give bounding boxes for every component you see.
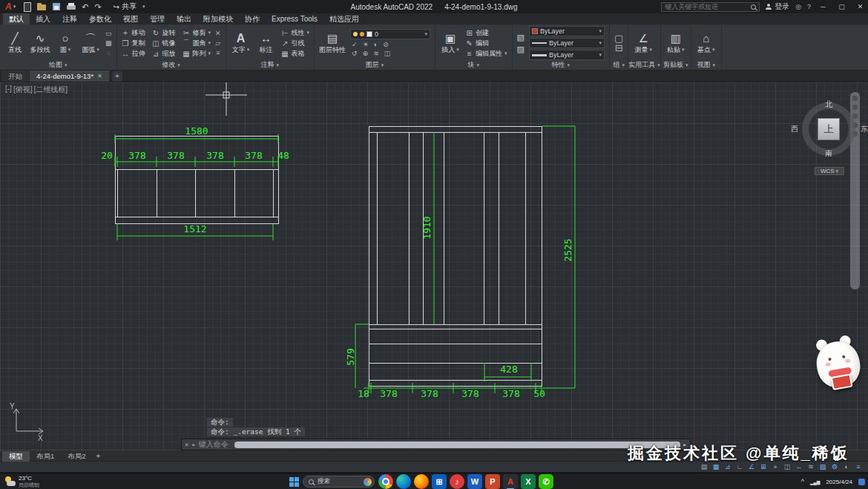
view-cube-top-face[interactable]: 上 xyxy=(818,118,840,140)
qat-customize-icon[interactable]: ▾ xyxy=(142,4,145,10)
autocad-icon[interactable]: A xyxy=(503,474,518,489)
navigation-wheel-icon[interactable] xyxy=(852,96,858,101)
measure-tool[interactable]: ∠ 测量▾ xyxy=(633,32,654,55)
layout-tab-布局2[interactable]: 布局2 xyxy=(61,451,92,462)
layer-tool-icon[interactable]: ◐ xyxy=(374,41,378,48)
linetype-selector[interactable]: ByLayer ▾ xyxy=(529,38,605,48)
ribbon-tab-协作[interactable]: 协作 xyxy=(239,13,266,24)
compass-west[interactable]: 西 xyxy=(791,124,798,134)
command-scrollbar[interactable] xyxy=(234,442,680,448)
group-icon[interactable]: ▢ xyxy=(614,34,623,42)
close-button[interactable]: ✕ xyxy=(854,0,867,13)
open-file-icon[interactable] xyxy=(37,2,46,11)
new-tab-button[interactable]: + xyxy=(112,71,122,82)
scale-tool[interactable]: ⊿缩放 xyxy=(152,49,176,59)
block-panel-footer[interactable]: 块▾ xyxy=(435,60,512,70)
undo-icon[interactable]: ↶ xyxy=(82,2,88,11)
layer-tool-icon[interactable]: ⊕ xyxy=(363,50,369,57)
ribbon-tab-精选应用[interactable]: 精选应用 xyxy=(323,13,365,24)
compass-north[interactable]: 北 xyxy=(825,99,832,110)
layer-tool-icon[interactable]: ⊘ xyxy=(383,41,389,48)
modify-extra-tools[interactable]: ✕ ▱ ≡ xyxy=(215,30,221,57)
copy-tool[interactable]: ❐复制 xyxy=(122,39,145,48)
chevron-down-icon[interactable]: ▾ xyxy=(599,28,602,34)
new-file-icon[interactable] xyxy=(22,2,31,11)
firefox-icon[interactable] xyxy=(414,474,429,489)
word-icon[interactable]: W xyxy=(467,474,482,489)
network-icon[interactable]: ▂▄▆ xyxy=(810,479,820,485)
store-icon[interactable]: ⊞ xyxy=(432,474,447,489)
share-button[interactable]: ↪ 共享 xyxy=(114,1,137,12)
new-layout-button[interactable]: + xyxy=(96,452,101,460)
viewport-view-control[interactable]: [俯视] xyxy=(13,85,33,95)
powerpoint-icon[interactable]: P xyxy=(485,474,500,489)
match-properties-icon[interactable]: ▧ xyxy=(517,33,525,42)
redo-icon[interactable]: ↷ xyxy=(94,2,101,11)
layout-tab-模型[interactable]: 模型 xyxy=(2,451,30,462)
command-input-bar[interactable]: ✕ ▸ 键入命令 ▸ xyxy=(181,439,691,450)
document-tab[interactable]: 4-24-demo1-9-13* ✕ xyxy=(30,70,109,82)
modify-panel-footer[interactable]: 修改▾ xyxy=(117,60,226,70)
ribbon-tab-视图[interactable]: 视图 xyxy=(117,13,144,24)
line-tool[interactable]: ╱ 直线 xyxy=(4,32,25,55)
text-tool[interactable]: A 文字▾ xyxy=(231,32,251,55)
taskbar-search[interactable]: 搜索 xyxy=(303,476,375,488)
explode-icon[interactable]: ▱ xyxy=(215,39,221,47)
music-icon[interactable]: ♪ xyxy=(450,474,464,489)
status-icon-14[interactable]: ≡ xyxy=(853,462,864,471)
draw-panel-footer[interactable]: 绘图▾ xyxy=(0,60,116,70)
erase-icon[interactable]: ✕ xyxy=(215,30,221,38)
search-icon[interactable] xyxy=(751,4,756,10)
trim-tool[interactable]: ✂修剪▾ xyxy=(183,28,211,38)
view-cube[interactable]: 北 南 西 东 上 WCS ▾ xyxy=(800,101,857,157)
command-input[interactable]: 键入命令 xyxy=(199,439,228,450)
start-button[interactable] xyxy=(289,477,299,487)
clipboard-panel-footer[interactable]: 剪贴板▾ xyxy=(661,60,691,70)
view-panel-footer[interactable]: 视图▾ xyxy=(691,60,721,70)
drawing-view[interactable]: 1580 20 378 378 378 378 48 1512 xyxy=(0,82,868,451)
chevron-down-icon[interactable]: ▾ xyxy=(599,40,602,46)
chevron-down-icon[interactable]: ▾ xyxy=(425,31,428,37)
draw-extra-tools[interactable]: ▭ ▩ ◌ xyxy=(105,30,112,57)
fillet-tool[interactable]: ⌒圆角▾ xyxy=(183,39,211,48)
maximize-button[interactable]: ▢ xyxy=(835,0,848,13)
array-tool[interactable]: ▦阵列▾ xyxy=(183,49,211,59)
model-space-canvas[interactable]: [-] [俯视] [二维线框] xyxy=(0,82,868,451)
layer-tool-icon[interactable]: ↺ xyxy=(352,50,358,57)
table-tool[interactable]: ▦表格 xyxy=(281,49,310,59)
notification-icon[interactable] xyxy=(858,479,865,485)
layer-tools-row-2[interactable]: ↺ ⊕ ≋ ◫ xyxy=(350,50,430,57)
stretch-tool[interactable]: ↔拉伸 xyxy=(122,49,145,59)
insert-block-tool[interactable]: ▣ 插入▾ xyxy=(440,32,461,55)
ungroup-icon[interactable]: ⊟ xyxy=(614,44,623,52)
viewport-style-control[interactable]: [二维线框] xyxy=(33,85,68,95)
linear-dimension-tool[interactable]: ⊢线性▾ xyxy=(281,28,310,38)
wcs-selector[interactable]: WCS ▾ xyxy=(815,167,844,175)
search-input[interactable] xyxy=(665,3,748,10)
viewport-menu-control[interactable]: [-] xyxy=(5,85,12,95)
front-view-geometry[interactable] xyxy=(369,127,542,387)
paste-tool[interactable]: ▥ 粘贴▾ xyxy=(665,32,686,55)
object-color-selector[interactable]: ByLayer ▾ xyxy=(529,26,605,36)
ribbon-tab-默认[interactable]: 默认 xyxy=(3,13,30,24)
plot-icon[interactable] xyxy=(67,2,76,11)
layer-tool-icon[interactable]: ≋ xyxy=(373,50,379,57)
app-menu-button[interactable]: A ▾ xyxy=(0,2,21,11)
weather-widget[interactable]: 23°C 局部晴朗 xyxy=(4,475,39,488)
arc-tool[interactable]: ⌒ 圆弧▾ xyxy=(80,32,101,55)
minimize-button[interactable]: ─ xyxy=(817,0,829,13)
properties-palette-icon[interactable]: ▨ xyxy=(517,45,525,54)
save-icon[interactable] xyxy=(52,2,61,11)
properties-panel-footer[interactable]: 特性▾ xyxy=(513,60,609,70)
layout-tab-布局1[interactable]: 布局1 xyxy=(30,451,61,462)
leader-tool[interactable]: ↗引线 xyxy=(281,39,310,48)
start-tab[interactable]: 开始 xyxy=(1,70,29,82)
base-view-tool[interactable]: ⌂ 基点▾ xyxy=(696,32,717,55)
ribbon-tab-附加模块[interactable]: 附加模块 xyxy=(197,13,239,24)
wechat-icon[interactable]: ✆ xyxy=(539,474,553,489)
layer-tools-row-1[interactable]: ✓ ☀ ◐ ⊘ xyxy=(350,41,430,48)
close-tab-icon[interactable]: ✕ xyxy=(97,70,102,82)
compass-south[interactable]: 南 xyxy=(825,148,832,159)
ribbon-tab-管理[interactable]: 管理 xyxy=(144,13,171,24)
hatch-icon[interactable]: ▩ xyxy=(105,39,112,47)
